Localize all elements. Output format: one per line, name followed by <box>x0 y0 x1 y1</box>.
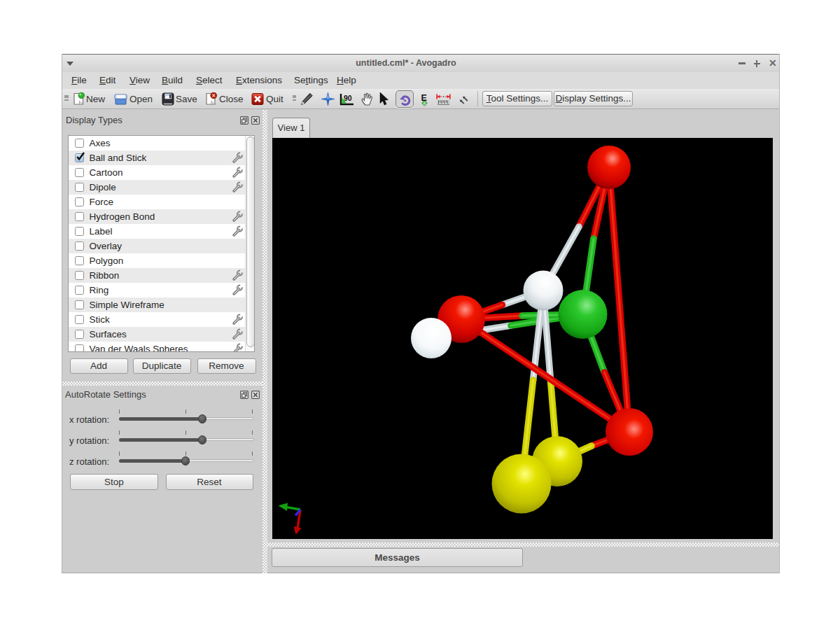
svg-text:90: 90 <box>344 94 352 102</box>
